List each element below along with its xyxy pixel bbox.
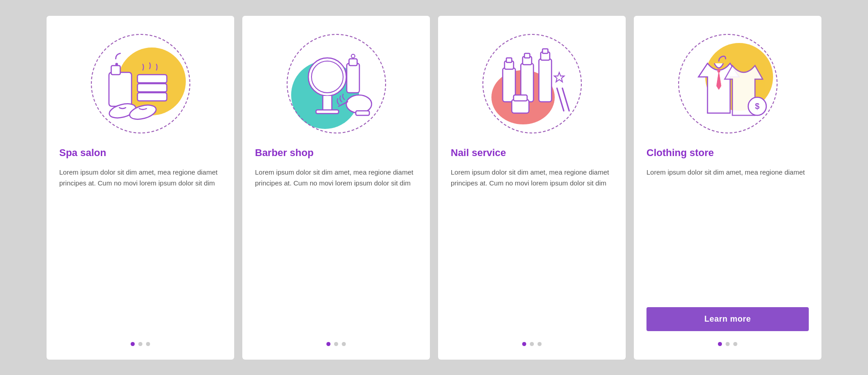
svg-rect-22 — [539, 59, 552, 102]
dot-3 — [538, 342, 542, 346]
svg-rect-25 — [512, 100, 529, 113]
learn-more-button[interactable]: Learn more — [646, 307, 809, 331]
dot-2 — [138, 342, 142, 346]
svg-rect-26 — [514, 95, 527, 101]
svg-rect-1 — [111, 66, 120, 75]
clothing-store-dots — [718, 342, 737, 346]
svg-rect-3 — [137, 75, 167, 83]
cards-container: Spa salon Lorem ipsum dolor sit dim amet… — [41, 16, 827, 360]
clothing-store-text: Lorem ipsum dolor sit dim amet, mea regi… — [646, 167, 809, 303]
svg-rect-18 — [506, 58, 512, 62]
spa-salon-card: Spa salon Lorem ipsum dolor sit dim amet… — [47, 16, 234, 360]
clothing-store-title: Clothing store — [646, 147, 809, 159]
nail-service-dots — [522, 342, 542, 346]
nail-illustration — [478, 29, 586, 138]
dot-3 — [733, 342, 737, 346]
svg-rect-21 — [524, 53, 530, 58]
barber-shop-text: Lorem ipsum dolor sit dim amet, mea regi… — [255, 167, 417, 331]
dot-2 — [530, 342, 534, 346]
svg-point-9 — [311, 61, 343, 93]
svg-rect-24 — [542, 49, 548, 53]
barber-shop-dots — [326, 342, 346, 346]
svg-rect-15 — [356, 111, 369, 115]
nail-service-text: Lorem ipsum dolor sit dim amet, mea regi… — [451, 167, 613, 331]
svg-rect-0 — [109, 72, 132, 106]
svg-text:$: $ — [755, 102, 759, 111]
spa-salon-text: Lorem ipsum dolor sit dim amet, mea regi… — [59, 167, 222, 331]
dot-1 — [131, 342, 135, 346]
svg-rect-5 — [137, 93, 167, 101]
svg-point-13 — [351, 54, 355, 58]
barber-illustration — [282, 29, 391, 138]
barber-icons — [293, 41, 379, 127]
svg-rect-12 — [349, 59, 357, 66]
svg-rect-4 — [137, 84, 167, 92]
barber-shop-title: Barber shop — [255, 147, 417, 159]
spa-salon-dots — [131, 342, 150, 346]
dot-3 — [342, 342, 346, 346]
svg-rect-29 — [717, 69, 720, 72]
svg-point-2 — [115, 63, 118, 66]
nail-service-card: Nail service Lorem ipsum dolor sit dim a… — [438, 16, 626, 360]
nail-service-title: Nail service — [451, 147, 613, 159]
clothing-icons: $ — [685, 41, 771, 127]
clothing-store-card: $ Clothing store Lorem ipsum dolor sit d… — [634, 16, 821, 360]
spa-icons — [98, 41, 184, 127]
clothing-illustration: $ — [674, 29, 782, 138]
dot-2 — [334, 342, 338, 346]
svg-rect-11 — [347, 63, 359, 93]
dot-1 — [718, 342, 722, 346]
nail-icons — [489, 41, 575, 127]
barber-shop-card: Barber shop Lorem ipsum dolor sit dim am… — [242, 16, 430, 360]
dot-1 — [326, 342, 330, 346]
dot-2 — [726, 342, 730, 346]
spa-illustration — [86, 29, 195, 138]
dot-3 — [146, 342, 150, 346]
dot-1 — [522, 342, 526, 346]
spa-salon-title: Spa salon — [59, 147, 222, 159]
svg-rect-10 — [316, 110, 339, 114]
